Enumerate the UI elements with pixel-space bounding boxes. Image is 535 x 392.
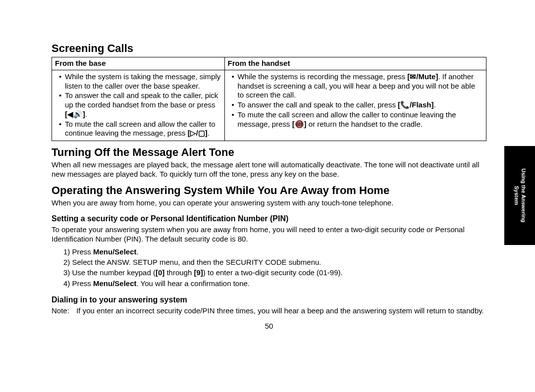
key-0: [0] xyxy=(156,268,164,277)
step-3: 3) Use the number keypad ([0] through [9… xyxy=(63,268,486,278)
sidetab-line2: System xyxy=(514,186,520,205)
page-number: 50 xyxy=(52,322,486,330)
step-1: 1) Press Menu/Select. xyxy=(63,247,486,257)
handset-item-3: To mute the call screen and allow the ca… xyxy=(234,110,483,129)
menu-select-key: Menu/Select xyxy=(93,247,137,256)
mute-icon: [✉/Mute] xyxy=(407,72,438,81)
note-body: If you enter an incorrect security code/… xyxy=(76,306,484,316)
base-item-1: While the system is taking the message, … xyxy=(61,72,221,91)
end-call-icon: [📵] xyxy=(292,120,307,128)
step-2: 2) Select the ANSW. SETUP menu, and then… xyxy=(63,257,486,267)
heading-operating: Operating the Answering System While You… xyxy=(52,184,486,197)
key-9: [9] xyxy=(194,268,203,277)
screening-table: From the base From the handset While the… xyxy=(52,57,486,141)
sidetab-line1: Using the Answering xyxy=(521,169,527,223)
heading-screening-calls: Screening Calls xyxy=(52,42,486,55)
handset-item-1: While the systems is recording the messa… xyxy=(234,72,483,100)
heading-dialing: Dialing in to your answering system xyxy=(52,295,486,304)
para-pin-intro: To operate your answering system when yo… xyxy=(52,225,486,244)
play-stop-icon: [▷/▢] xyxy=(188,129,208,137)
handset-item-2: To answer the call and speak to the call… xyxy=(234,100,483,110)
menu-select-key-2: Menu/Select xyxy=(93,279,137,288)
base-item-2: To answer the call and speak to the call… xyxy=(61,91,221,119)
note-label: Note: xyxy=(52,306,74,316)
flash-icon: [📞/Flash] xyxy=(398,100,433,109)
col-header-handset: From the handset xyxy=(224,57,486,70)
heading-turning-off: Turning Off the Message Alert Tone xyxy=(52,146,486,159)
para-operating: When you are away from home, you can ope… xyxy=(52,198,486,208)
para-turning-off: When all new messages are played back, t… xyxy=(52,160,486,179)
step-4: 4) Press Menu/Select. You will hear a co… xyxy=(63,279,486,289)
side-tab: Using the Answering System xyxy=(504,146,535,245)
pin-steps: 1) Press Menu/Select. 2) Select the ANSW… xyxy=(63,247,486,289)
speaker-icon: [◀🔊] xyxy=(65,110,85,118)
heading-setting-pin: Setting a security code or Personal Iden… xyxy=(52,214,486,223)
base-item-3: To mute the call screen and allow the ca… xyxy=(61,120,221,139)
note-dialing: Note: If you enter an incorrect security… xyxy=(52,306,486,316)
cell-from-base: While the system is taking the message, … xyxy=(52,70,225,141)
col-header-base: From the base xyxy=(52,57,225,70)
cell-from-handset: While the systems is recording the messa… xyxy=(224,70,486,141)
